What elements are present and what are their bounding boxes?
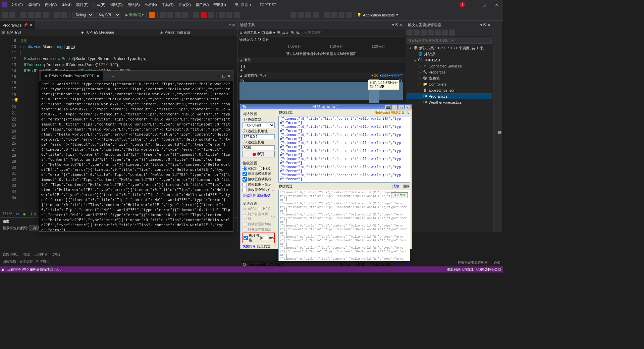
wrap-check[interactable] (243, 177, 247, 182)
step-out-icon[interactable] (234, 12, 240, 18)
nav-method[interactable]: ◉Main(string[] args) (158, 30, 237, 35)
panel-controls[interactable]: ▾ ⇱ ✕ (392, 23, 402, 27)
nav-back-icon[interactable] (2, 12, 8, 18)
app-insights-label[interactable]: Application Insights (363, 13, 395, 17)
save-check[interactable] (243, 188, 247, 192)
save-icon[interactable] (35, 12, 41, 18)
stop-send-button[interactable]: 停止发送 (391, 192, 408, 198)
close-tab-icon[interactable]: ✕ (30, 23, 33, 27)
properties-icon[interactable] (442, 30, 448, 36)
hex-radio[interactable] (258, 166, 262, 171)
close-icon[interactable]: ✕ (405, 105, 411, 110)
cycle-input[interactable] (260, 236, 268, 240)
toolbar-icon[interactable] (305, 12, 311, 18)
new-tab-icon[interactable]: ＋ (105, 73, 109, 79)
tab-overflow-icon[interactable]: ▾ ⊕ (227, 23, 237, 27)
pause-icon[interactable] (193, 12, 199, 18)
menu-item[interactable]: 调试(D) (108, 2, 125, 8)
tree-row[interactable]: ▷📚依赖项 (407, 75, 492, 81)
terminal-body[interactable]: "Hello world??E!","type":"error"}{"timeo… (39, 81, 233, 231)
add-source-control[interactable]: ↑ 添加到源代码管理 (444, 267, 474, 272)
toolbar-icon[interactable] (331, 12, 337, 18)
menu-item[interactable]: 工具(T) (160, 2, 176, 8)
cycle-setting[interactable]: 循环周期 ms (243, 233, 275, 243)
bottom-tab[interactable]: 调用堆栈 (3, 259, 16, 264)
auto-scroll-link[interactable]: 自动滚屏 (243, 193, 256, 197)
clear2-button[interactable]: ↑ 清除 (400, 184, 410, 188)
bottom-tab[interactable]: 监视1 (52, 252, 60, 257)
netassist-titlebar[interactable]: 📡 网 络 调 试 助 手 ⌨ ─ ▢ ✕ (240, 104, 412, 109)
refresh-icon[interactable] (421, 30, 427, 36)
minimize-icon[interactable]: ─ (391, 105, 397, 110)
zoom-in-button[interactable]: 🔍 放大 (277, 31, 289, 35)
menu-item[interactable]: 生成(B) (91, 2, 108, 8)
terminal-tab[interactable]: ⧉ E:\Visual Studio Project\TCPTI ✕ (41, 71, 103, 81)
menu-item[interactable]: 编辑(E) (25, 2, 42, 8)
menu-item[interactable]: 测试(S) (125, 2, 142, 8)
notification-badge[interactable]: 1 (460, 2, 465, 7)
collapse-icon[interactable] (428, 30, 434, 36)
bottom-tab[interactable]: 错误列表… (3, 252, 19, 257)
keyboard-icon[interactable]: ⌨ (385, 105, 391, 110)
nav-project[interactable]: ▣TCPTEST (0, 30, 79, 35)
issues-indicator[interactable]: ✿ (16, 212, 19, 216)
toolbar-icon[interactable] (324, 12, 330, 18)
toolbar-icon[interactable] (346, 12, 352, 18)
memory-header[interactable]: ▲ 进程内存 (MB) ▼GC ▼快照 ●专用字节 (237, 72, 405, 79)
cycle-check[interactable] (244, 236, 248, 240)
search-box[interactable]: 🔍 搜索 ▾ (235, 2, 252, 7)
continue-button[interactable]: ▶ 继续(C) ▾ (125, 12, 144, 17)
toolbar-icon[interactable] (160, 12, 166, 18)
timeline-ruler[interactable]: 1:00分钟 1:10分钟 1:20分钟 (237, 43, 405, 51)
toolbar-icon[interactable] (313, 12, 319, 18)
log-mode-check[interactable] (243, 172, 247, 176)
close-tab-icon[interactable]: ✕ (97, 74, 99, 78)
config-combo[interactable]: Debug (72, 12, 94, 18)
clear-link[interactable]: 清除 (392, 184, 399, 188)
tree-row[interactable]: 🌐外部源 (407, 51, 492, 57)
restart-icon[interactable] (208, 12, 214, 18)
right-tab[interactable]: 通知 (494, 260, 500, 265)
menu-item[interactable]: 窗口(W) (194, 2, 211, 8)
zoom-level[interactable]: 161 % (3, 212, 12, 216)
home-icon[interactable] (407, 30, 413, 36)
side-tab-translate[interactable]: 翻译 (493, 21, 502, 232)
doc-tab-program[interactable]: Program.cs 📌 ✕ (0, 21, 35, 29)
data-send-area[interactable]: ["timeout":0,"title":"Tips","content":"H… (278, 190, 410, 261)
show-all-icon[interactable] (435, 30, 441, 36)
step-over-icon[interactable] (226, 12, 232, 18)
menu-item[interactable]: 视图(V) (43, 2, 59, 8)
bottom-tab[interactable]: 输出 (23, 252, 30, 257)
tree-row[interactable]: C#WeatherForecast.cs (407, 99, 492, 105)
nav-forward-icon[interactable] (9, 12, 15, 18)
ascii-radio[interactable] (243, 166, 247, 171)
toolbar-icon[interactable] (290, 12, 297, 18)
pin-icon[interactable]: 📌 (23, 23, 28, 27)
nav-class[interactable]: ◆TCPTEST.Program (79, 30, 158, 35)
toolbar-icon[interactable] (167, 12, 173, 18)
clear-recv-link[interactable]: 清除接收 (257, 193, 270, 197)
minimize-icon[interactable]: ─ (468, 1, 477, 8)
menu-item[interactable]: 分析(N) (143, 2, 159, 8)
menu-item[interactable]: 文件(F) (9, 2, 25, 8)
hot-reload-icon[interactable] (149, 12, 155, 18)
lightbulb-icon[interactable]: 💡 (14, 98, 19, 102)
select-tools-button[interactable]: ⚙ 选择工具 ▾ (239, 31, 260, 35)
memory-chart[interactable]: 23 23 时间: 1:19.578分钟值: 20 MB (239, 79, 403, 103)
maximize-icon[interactable]: ▢ (480, 1, 489, 8)
maximize-icon[interactable]: ▢ (398, 105, 404, 110)
tree-row[interactable]: ▲📦解决方案 'TCPTEST' (1 个项目, 共 1 个) (407, 45, 492, 51)
toolbar-icon[interactable] (182, 12, 188, 18)
tree-row[interactable]: ▷⊕Connected Services (407, 63, 492, 69)
menu-item[interactable]: 扩展(X) (176, 2, 193, 8)
undo-icon[interactable] (54, 12, 60, 18)
panel-controls[interactable]: ▾ ⇱ ✕ (480, 23, 490, 27)
minimize-icon[interactable]: ─ (217, 74, 220, 78)
shortcut-link[interactable]: 快捷指令 (243, 244, 256, 248)
tree-row[interactable]: C#Program.cs (407, 93, 492, 99)
redo-icon[interactable] (61, 12, 67, 18)
maximize-icon[interactable]: ▢ (222, 74, 225, 78)
new-icon[interactable] (20, 12, 26, 18)
zoom-out-button[interactable]: 🔍 缩小 (291, 31, 303, 35)
save-all-icon[interactable] (43, 12, 49, 18)
